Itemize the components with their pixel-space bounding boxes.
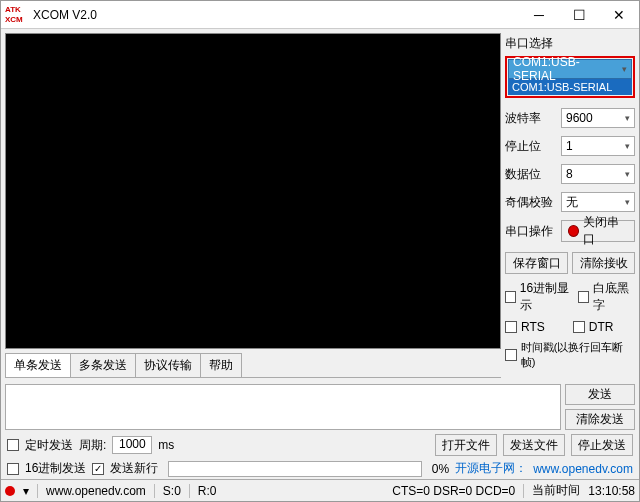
status-r: R:0 [198,484,217,498]
stop-select[interactable]: 1▾ [561,136,635,156]
save-window-button[interactable]: 保存窗口 [505,252,568,274]
app-icon: ATK XCM [5,5,29,25]
statusbar: ▾ www.openedv.com S:0 R:0 CTS=0 DSR=0 DC… [1,479,639,501]
timed-send-checkbox[interactable] [7,439,19,451]
port-select-value: COM1:USB-SERIAL [513,55,622,83]
white-bg-checkbox[interactable] [578,291,589,303]
open-file-button[interactable]: 打开文件 [435,434,497,456]
newline-checkbox[interactable]: ✓ [92,463,104,475]
stop-label: 停止位 [505,138,555,155]
tabs: 单条发送 多条发送 协议传输 帮助 [5,353,501,378]
port-select-highlight: COM1:USB-SERIAL ▾ COM1:USB-SERIAL [505,56,635,98]
baud-select[interactable]: 9600▾ [561,108,635,128]
maximize-button[interactable]: ☐ [559,1,599,29]
hex-send-label: 16进制发送 [25,460,86,477]
dropdown-icon[interactable]: ▾ [23,484,29,498]
data-label: 数据位 [505,166,555,183]
tab-help[interactable]: 帮助 [200,353,242,377]
period-label: 周期: [79,437,106,454]
progress-bar [168,461,421,477]
send-file-button[interactable]: 发送文件 [503,434,565,456]
site-label: 开源电子网： [455,460,527,477]
progress-percent: 0% [432,462,449,476]
status-time: 13:10:58 [588,484,635,498]
window-title: XCOM V2.0 [29,8,519,22]
port-select[interactable]: COM1:USB-SERIAL ▾ [508,59,632,79]
chevron-down-icon: ▾ [622,64,627,74]
op-label: 串口操作 [505,223,555,240]
status-time-label: 当前时间 [532,482,580,499]
period-unit: ms [158,438,174,452]
baud-label: 波特率 [505,110,555,127]
period-input[interactable]: 1000 [112,436,152,454]
hex-send-checkbox[interactable] [7,463,19,475]
close-button[interactable]: ✕ [599,1,639,29]
status-s: S:0 [163,484,181,498]
rts-checkbox[interactable] [505,321,517,333]
timestamp-checkbox[interactable] [505,349,517,361]
tab-single-send[interactable]: 单条发送 [5,353,71,377]
toggle-port-button[interactable]: 关闭串口 [561,220,635,242]
titlebar: ATK XCM XCOM V2.0 ─ ☐ ✕ [1,1,639,29]
clear-send-button[interactable]: 清除发送 [565,409,635,430]
chevron-down-icon: ▾ [625,113,630,123]
minimize-button[interactable]: ─ [519,1,559,29]
parity-label: 奇偶校验 [505,194,555,211]
status-dot-icon [5,486,15,496]
port-section-label: 串口选择 [505,35,635,52]
newline-label: 发送新行 [110,460,158,477]
tab-protocol[interactable]: 协议传输 [135,353,201,377]
site-link[interactable]: www.openedv.com [533,462,633,476]
parity-select[interactable]: 无▾ [561,192,635,212]
timed-send-label: 定时发送 [25,437,73,454]
hex-display-checkbox[interactable] [505,291,516,303]
chevron-down-icon: ▾ [625,141,630,151]
stop-send-button[interactable]: 停止发送 [571,434,633,456]
chevron-down-icon: ▾ [625,197,630,207]
data-select[interactable]: 8▾ [561,164,635,184]
record-icon [568,225,579,237]
send-button[interactable]: 发送 [565,384,635,405]
dtr-checkbox[interactable] [573,321,585,333]
status-cts: CTS=0 DSR=0 DCD=0 [392,484,515,498]
terminal-output [5,33,501,349]
status-site[interactable]: www.openedv.com [46,484,146,498]
chevron-down-icon: ▾ [625,169,630,179]
tab-multi-send[interactable]: 多条发送 [70,353,136,377]
send-textarea[interactable] [5,384,561,430]
clear-receive-button[interactable]: 清除接收 [572,252,635,274]
